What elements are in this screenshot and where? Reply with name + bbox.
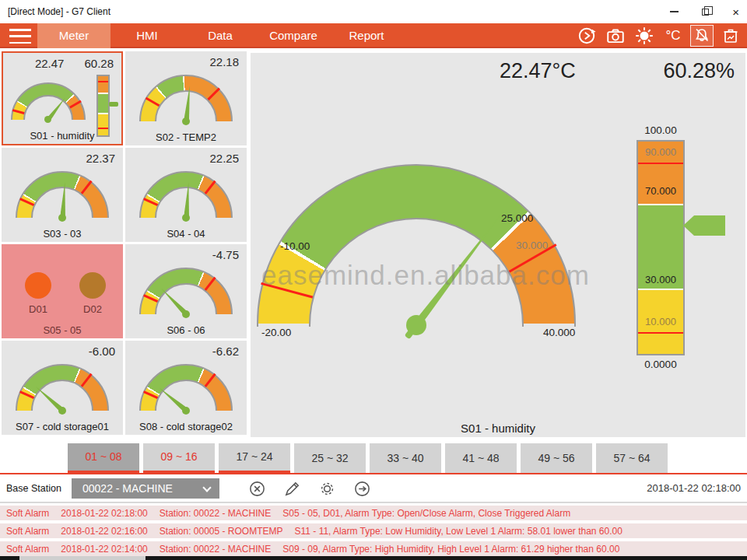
close-button[interactable]: ×: [732, 6, 739, 18]
nav-tab-meter[interactable]: Meter: [37, 23, 110, 48]
range-tab-17-24[interactable]: 17 ~ 24: [219, 443, 290, 473]
sensor-tile-s02[interactable]: 22.18 S02 - TEMP2: [125, 51, 247, 145]
tile-label: S04 - 04: [125, 228, 247, 240]
alarm-row[interactable]: Soft Alarm2018-01-22 02:14:00Station: 00…: [0, 541, 747, 556]
go-icon[interactable]: [352, 479, 371, 498]
bar-high-alarm-line: [638, 163, 683, 164]
sensor-tile-s03[interactable]: 22.37 S03 - 03: [2, 148, 123, 242]
bar-90-label: 90.000: [638, 146, 683, 158]
mini-gauge-hub: [182, 310, 190, 318]
cancel-icon[interactable]: [247, 479, 266, 498]
nav-tabs: MeterHMIDataCompareReport: [37, 23, 403, 48]
sensor-tile-s06[interactable]: -4.75 S06 - 06: [125, 244, 247, 338]
sensor-tile-s08[interactable]: -6.62 S08 - cold storage02: [125, 341, 247, 435]
maximize-button[interactable]: [702, 9, 709, 16]
history-icon[interactable]: [575, 25, 598, 47]
alarm-mute-icon[interactable]: [690, 25, 714, 47]
sensor-tile-s01[interactable]: 22.4760.28 S01 - humidity: [2, 51, 123, 145]
station-dropdown[interactable]: 00022 - MACHINE: [72, 478, 219, 499]
tile-value: -4.75: [212, 248, 239, 261]
sensor-tile-s07[interactable]: -6.00 S07 - cold storage01: [2, 341, 123, 435]
title-bar: [Direct Mode] - G7 Client ×: [0, 0, 747, 23]
range-tab-01-08[interactable]: 01 ~ 08: [68, 443, 139, 473]
tile-values: -6.62: [125, 341, 247, 358]
gauge-high-label: 25.000: [501, 212, 533, 224]
sensor-tile-s04[interactable]: 22.25 S04 - 04: [125, 148, 247, 242]
mini-gauge-hub: [182, 214, 190, 222]
range-tab-09-16[interactable]: 09 ~ 16: [143, 443, 215, 473]
tile-value: 22.47: [35, 57, 65, 70]
channel-label: D01: [19, 303, 58, 315]
bar-70-label: 70.000: [638, 185, 683, 197]
edit-icon[interactable]: [282, 479, 301, 498]
app-window: [Direct Mode] - G7 Client × MeterHMIData…: [0, 0, 747, 560]
base-station-label: Base Station: [6, 476, 61, 501]
bar-max-label: 100.00: [637, 124, 685, 136]
chevron-down-icon: [202, 483, 211, 492]
range-tab-49-56[interactable]: 49 ~ 56: [521, 443, 592, 473]
range-tab-41-48[interactable]: 41 ~ 48: [445, 443, 517, 473]
channel-dot-d01: [25, 272, 51, 299]
divider-gray: [0, 502, 747, 503]
alarm-row[interactable]: Soft Alarm2018-01-22 02:18:00Station: 00…: [0, 506, 747, 520]
mini-bar-gauge: [96, 75, 110, 137]
camera-icon[interactable]: [604, 25, 627, 47]
mini-gauge: [139, 268, 233, 319]
tile-label: S02 - TEMP2: [125, 131, 247, 143]
alarm-row[interactable]: Soft Alarm2018-01-22 02:16:00Station: 00…: [0, 523, 747, 538]
mini-gauge: [139, 171, 233, 222]
tile-value: -6.62: [212, 345, 239, 358]
range-tab-57-64[interactable]: 57 ~ 64: [596, 443, 668, 473]
range-tab-33-40[interactable]: 33 ~ 40: [370, 443, 441, 473]
gauge-caption: S01 - humidity: [251, 422, 745, 435]
mini-bar-pointer: [109, 102, 118, 107]
tile-value: 22.18: [209, 55, 239, 68]
gauge-alarm-label: 30.000: [516, 240, 548, 251]
tile-value: -6.00: [89, 345, 115, 358]
alarm-field: Soft Alarm: [6, 508, 49, 519]
range-tab-25-32[interactable]: 25 ~ 32: [294, 443, 366, 473]
humidity-readout: 60.28%: [663, 59, 735, 83]
mini-gauge-hub: [58, 214, 66, 222]
nav-tab-data[interactable]: Data: [184, 23, 257, 48]
tile-values: 22.4760.28: [3, 53, 121, 70]
menu-icon[interactable]: [9, 29, 33, 44]
tile-value: 60.28: [84, 57, 114, 70]
sensor-tile-grid: 22.4760.28 S01 - humidity22.18 S02 - TEM…: [2, 51, 248, 435]
station-timestamp: 2018-01-22 02:18:00: [647, 476, 741, 501]
tile-value: 22.37: [86, 152, 115, 165]
celsius-icon[interactable]: °C: [661, 25, 685, 47]
main-panel: 22.47°C 60.28% -20.00 -10.00 25.000 30.0…: [251, 53, 745, 437]
window-title: [Direct Mode] - G7 Client: [8, 6, 110, 17]
sensor-tile-s05[interactable]: D01 D02S05 - 05: [2, 244, 123, 338]
station-dropdown-value: 00022 - MACHINE: [82, 482, 173, 495]
gauge-hub: [406, 315, 426, 335]
alarm-field: 2018-01-22 02:14:00: [61, 544, 147, 555]
nav-bar: MeterHMIDataCompareReport °C: [0, 23, 747, 48]
taskbar-sliver: [0, 556, 747, 560]
nav-tab-compare[interactable]: Compare: [257, 23, 330, 48]
divider-line: [0, 473, 747, 474]
mini-gauge: [11, 82, 86, 124]
minimize-button[interactable]: [670, 11, 679, 12]
mini-gauge-hub: [44, 116, 51, 123]
mini-gauge-hub: [58, 407, 66, 415]
station-bar: Base Station 00022 - MACHINE: [0, 476, 747, 501]
nav-icons: °C: [575, 23, 742, 48]
tile-values: 22.25: [125, 148, 247, 165]
alarm-field: Station: 00005 - ROOMTEMP: [160, 526, 283, 537]
bar-gauge: 90.000 70.000 30.000 10.000: [637, 140, 685, 355]
mini-gauge: [16, 171, 109, 222]
mini-gauge: [139, 75, 233, 126]
nav-tab-hmi[interactable]: HMI: [110, 23, 184, 48]
brightness-icon[interactable]: [633, 25, 656, 47]
tile-label: S05 - 05: [2, 324, 123, 336]
bar-30-label: 30.000: [638, 274, 683, 285]
channel-dot-d02: [79, 272, 106, 299]
settings-icon[interactable]: [317, 479, 336, 498]
nav-tab-report[interactable]: Report: [330, 23, 403, 48]
temperature-readout: 22.47°C: [500, 59, 576, 83]
alarm-field: 2018-01-22 02:18:00: [61, 508, 147, 519]
clear-image-icon[interactable]: [719, 25, 742, 47]
gauge-min-label: -20.00: [261, 327, 291, 338]
